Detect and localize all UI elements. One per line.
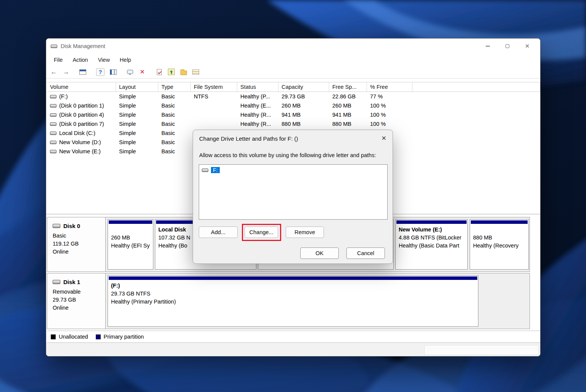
minimize-button[interactable] — [478, 39, 497, 54]
disk-type: Basic — [53, 232, 105, 240]
volume-type: Basic — [158, 119, 191, 129]
column-header-type[interactable]: Type — [158, 82, 191, 92]
column-header-free-space[interactable]: Free Sp... — [329, 82, 367, 92]
partition-name — [111, 226, 151, 234]
primary-partition-swatch-icon — [96, 334, 101, 339]
partition-color-strip — [471, 220, 528, 224]
volume-icon — [50, 122, 56, 126]
ok-button[interactable]: OK — [300, 247, 339, 259]
volume-icon — [50, 132, 56, 135]
volume-free: 941 MB — [329, 110, 367, 119]
menu-bar: File Action View Help — [46, 54, 540, 66]
list-details-icon[interactable] — [192, 68, 199, 76]
partition-efi[interactable]: 260 MB Healthy (EFI Sy — [108, 219, 153, 270]
volume-name: Local Disk (C:) — [59, 130, 95, 136]
disk-status: Online — [53, 248, 105, 256]
maximize-button[interactable] — [497, 39, 517, 54]
cancel-button[interactable]: Cancel — [346, 247, 385, 259]
partition-name: (F:) — [111, 282, 477, 290]
volume-layout: Simple — [116, 138, 158, 147]
properties-icon[interactable] — [127, 68, 134, 76]
column-header-pct-free[interactable]: % Free — [367, 82, 412, 92]
menu-help[interactable]: Help — [115, 55, 136, 64]
selected-drive-letter: F: — [211, 167, 220, 173]
minimize-icon — [486, 46, 490, 47]
list-item[interactable]: F: — [202, 167, 385, 173]
help-icon[interactable]: ? — [96, 68, 105, 76]
close-button[interactable]: ✕ — [517, 39, 537, 54]
disk-size: 29.73 GB — [53, 296, 105, 304]
volume-icon — [50, 104, 56, 108]
disk-icon — [53, 280, 60, 284]
disk-1-label[interactable]: Disk 1 Removable 29.73 GB Online — [47, 273, 106, 329]
unallocated-swatch-icon — [51, 334, 56, 339]
change-button[interactable]: Change... — [245, 227, 278, 238]
volume-layout: Simple — [116, 147, 158, 156]
console-tree-icon[interactable] — [79, 68, 86, 76]
volume-type: Basic — [158, 92, 191, 101]
volume-icon — [50, 95, 56, 98]
partition-name — [473, 226, 527, 234]
forward-icon[interactable]: → — [63, 68, 69, 76]
volume-layout: Simple — [116, 92, 158, 101]
volume-icon — [50, 141, 56, 144]
column-header-volume[interactable]: Volume — [47, 82, 116, 92]
menu-view[interactable]: View — [93, 55, 115, 64]
menu-file[interactable]: File — [49, 55, 68, 64]
volume-name: New Volume (D:) — [59, 139, 101, 145]
partition-size: 29.73 GB NTFS — [111, 290, 477, 298]
partition-size: 4.88 GB NTFS (BitLocker — [399, 234, 466, 242]
volume-capacity: 880 MB — [279, 119, 329, 129]
volume-name: (Disk 0 partition 4) — [59, 112, 104, 118]
partition-new-volume-e[interactable]: New Volume (E:) 4.88 GB NTFS (BitLocker … — [395, 219, 468, 270]
volume-layout: Simple — [116, 110, 158, 119]
explore-icon[interactable] — [180, 68, 187, 76]
drive-letter-listbox[interactable]: F: — [199, 164, 388, 220]
volume-status: Healthy (P... — [237, 92, 279, 101]
column-header-filesystem[interactable]: File System — [191, 82, 237, 92]
toolbar: ← → ? ✕ — [46, 66, 540, 79]
volume-pct-free: 100 % — [367, 119, 412, 129]
remove-button[interactable]: Remove — [286, 227, 324, 238]
dialog-close-button[interactable]: ✕ — [382, 135, 386, 142]
close-icon: ✕ — [382, 135, 386, 141]
volume-name: (Disk 0 partition 7) — [59, 121, 104, 127]
disk-1-track: (F:) 29.73 GB NTFS Healthy (Primary Part… — [106, 273, 530, 329]
close-icon: ✕ — [525, 43, 530, 50]
title-bar: Disk Management ✕ — [46, 39, 540, 54]
delete-volume-icon[interactable]: ✕ — [139, 68, 146, 76]
table-row[interactable]: (Disk 0 partition 1) Simple Basic Health… — [47, 101, 540, 110]
partition-recovery[interactable]: 880 MB Healthy (Recovery — [470, 219, 529, 270]
table-row[interactable]: (Disk 0 partition 4) Simple Basic Health… — [47, 110, 540, 119]
volume-filesystem — [191, 101, 237, 110]
column-header-status[interactable]: Status — [237, 82, 279, 92]
add-button[interactable]: Add... — [199, 227, 238, 238]
details-view-icon[interactable] — [110, 68, 117, 76]
upload-icon[interactable] — [168, 68, 175, 76]
table-row[interactable]: (Disk 0 partition 7) Simple Basic Health… — [47, 119, 540, 129]
volume-filesystem: NTFS — [191, 92, 237, 101]
partition-size: 880 MB — [473, 234, 527, 242]
volume-type: Basic — [158, 147, 191, 156]
partition-f[interactable]: (F:) 29.73 GB NTFS Healthy (Primary Part… — [108, 275, 478, 327]
volume-capacity: 941 MB — [279, 110, 329, 119]
drive-icon — [202, 169, 208, 172]
column-header-capacity[interactable]: Capacity — [279, 82, 329, 92]
volume-layout: Simple — [116, 129, 158, 138]
menu-action[interactable]: Action — [68, 55, 93, 64]
partition-status: Healthy (EFI Sy — [111, 242, 151, 250]
disk-0-label[interactable]: Disk 0 Basic 119.12 GB Online — [47, 217, 106, 272]
volume-name: New Volume (E:) — [59, 148, 101, 154]
back-icon[interactable]: ← — [50, 68, 57, 76]
column-header-layout[interactable]: Layout — [116, 82, 158, 92]
table-row[interactable]: (F:) Simple Basic NTFS Healthy (P... 29.… — [47, 92, 540, 101]
disk-status: Online — [53, 304, 105, 312]
partition-status: Healthy (Primary Partition) — [111, 298, 477, 306]
volume-icon — [50, 150, 56, 153]
window-title: Disk Management — [61, 43, 105, 49]
legend-label: Primary partition — [104, 334, 144, 340]
volume-status: Healthy (E... — [237, 101, 279, 110]
disk-name: Disk 1 — [63, 278, 80, 286]
task-check-icon[interactable] — [156, 68, 163, 76]
partition-color-strip — [109, 220, 152, 224]
